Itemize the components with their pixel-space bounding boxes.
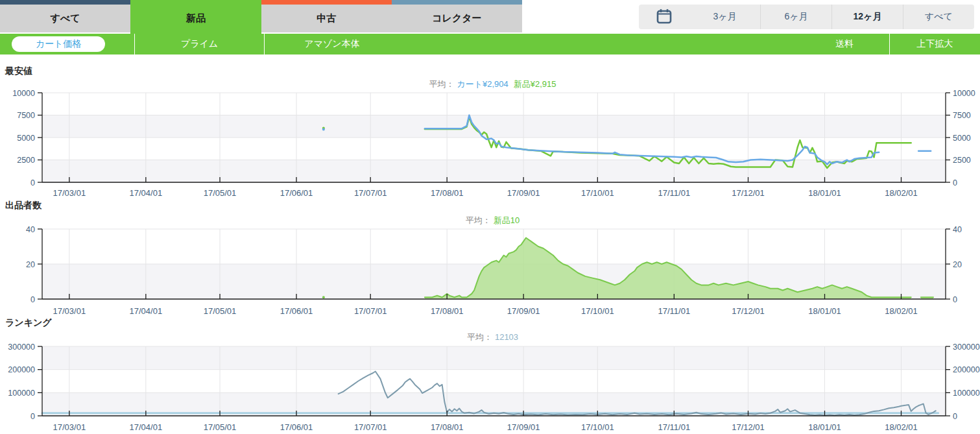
y-axis-label: 200000 (8, 365, 35, 374)
y-axis-label: 40 (953, 226, 962, 234)
x-axis-label: 18/02/01 (885, 306, 918, 316)
calendar-icon (656, 8, 673, 27)
x-axis-label: 17/12/01 (732, 306, 765, 316)
period-item-1[interactable]: 6ヶ月 (760, 5, 831, 29)
x-axis-label: 17/06/01 (280, 188, 313, 198)
period-item-3[interactable]: すべて (903, 5, 974, 29)
y-axis-label: 10000 (953, 90, 975, 98)
chart-average-seller-count: 平均：新品10 (42, 215, 946, 226)
average-value: 新品10 (494, 215, 520, 225)
x-axis-label: 17/06/01 (280, 306, 313, 316)
x-axis-label: 17/04/01 (130, 188, 163, 198)
chart-title-lowest-price: 最安値 (5, 66, 32, 77)
x-axis-label: 17/07/01 (354, 188, 387, 198)
x-axis-label: 17/11/01 (658, 422, 691, 432)
y-axis-label: 300000 (8, 343, 35, 352)
toggle-shipping[interactable]: 送料 (800, 34, 889, 54)
x-axis-label: 17/10/01 (581, 422, 614, 432)
x-axis-label: 17/08/01 (431, 306, 464, 316)
series-toolbar: カート価格プライムアマゾン本体送料上下拡大 (0, 34, 980, 54)
x-axis-label: 17/05/01 (204, 188, 237, 198)
y-axis-label: 0 (30, 412, 35, 421)
average-prefix: 平均： (429, 79, 454, 89)
x-axis-label: 17/04/01 (130, 422, 163, 432)
toggle-item-1[interactable]: プライム (135, 34, 264, 54)
y-axis-label: 0 (953, 295, 957, 304)
tab-0[interactable]: すべて (0, 0, 130, 32)
toggle-expand[interactable]: 上下拡大 (890, 34, 980, 54)
x-axis-label: 17/05/01 (204, 422, 237, 432)
average-value: 12103 (495, 332, 518, 342)
y-axis-label: 0 (953, 178, 957, 187)
x-axis-label: 17/03/01 (53, 422, 86, 432)
chart-average-lowest-price: 平均：カート¥2,904新品¥2,915 (42, 78, 946, 90)
ranking-chart[interactable]: 0010000010000020000020000030000030000017… (0, 343, 980, 434)
y-axis-label: 100000 (953, 389, 980, 398)
tab-2[interactable]: 中古 (261, 0, 392, 32)
y-axis-label: 0 (953, 412, 957, 421)
x-axis-label: 18/01/01 (808, 422, 841, 432)
toolbar-separator (134, 34, 135, 54)
y-axis-label: 300000 (953, 343, 980, 352)
average-value: 新品¥2,915 (514, 79, 556, 89)
x-axis-label: 17/06/01 (280, 422, 313, 432)
x-axis-label: 17/09/01 (507, 306, 540, 316)
average-prefix: 平均： (467, 332, 492, 342)
y-axis-label: 20 (26, 260, 35, 269)
x-axis-label: 17/09/01 (507, 422, 540, 432)
chart-average-ranking: 平均：12103 (42, 332, 946, 343)
x-axis-label: 17/03/01 (53, 306, 86, 316)
x-axis-label: 17/11/01 (658, 188, 691, 198)
period-item-2[interactable]: 12ヶ月 (831, 5, 903, 29)
x-axis-label: 18/02/01 (885, 422, 918, 432)
lowest-price-chart[interactable]: 00250025005000500075007500100001000017/0… (0, 90, 980, 201)
x-axis-label: 18/02/01 (885, 188, 918, 198)
x-axis-label: 17/09/01 (507, 188, 540, 198)
seller-count-chart[interactable]: 002020404017/03/0117/04/0117/05/0117/06/… (0, 226, 980, 323)
average-prefix: 平均： (466, 215, 491, 225)
x-axis-label: 17/05/01 (204, 306, 237, 316)
x-axis-label: 17/07/01 (354, 422, 387, 432)
y-axis-label: 10000 (12, 90, 35, 98)
x-axis-label: 17/04/01 (130, 306, 163, 316)
y-axis-label: 2500 (953, 156, 971, 165)
x-axis-label: 17/10/01 (581, 306, 614, 316)
y-axis-label: 0 (30, 178, 35, 187)
x-axis-label: 17/12/01 (732, 422, 765, 432)
y-axis-label: 5000 (953, 134, 971, 143)
chart-title-seller-count: 出品者数 (5, 200, 42, 211)
x-axis-label: 18/01/01 (808, 188, 841, 198)
x-axis-label: 17/07/01 (354, 306, 387, 316)
tab-1[interactable]: 新品 (130, 0, 261, 32)
y-axis-label: 7500 (953, 111, 971, 120)
toggle-item-2[interactable]: アマゾン本体 (265, 34, 400, 54)
x-axis-label: 17/08/01 (431, 422, 464, 432)
x-axis-label: 17/10/01 (581, 188, 614, 198)
condition-tabbar: すべて新品中古コレクター (0, 0, 522, 32)
y-axis-label: 0 (30, 295, 35, 304)
average-value: カート¥2,904 (457, 79, 508, 89)
toggle-cart-price[interactable]: カート価格 (12, 36, 105, 52)
period-item-0[interactable]: 3ヶ月 (689, 5, 760, 29)
x-axis-label: 18/01/01 (808, 306, 841, 316)
x-axis-label: 17/08/01 (431, 188, 464, 198)
x-axis-label: 17/03/01 (53, 188, 86, 198)
y-axis-label: 5000 (17, 134, 35, 143)
calendar-button[interactable] (639, 5, 689, 29)
y-axis-label: 7500 (17, 111, 35, 120)
y-axis-label: 20 (953, 260, 962, 269)
x-axis-label: 17/12/01 (732, 188, 765, 198)
tab-3[interactable]: コレクター (392, 0, 522, 32)
toolbar-separator (264, 34, 265, 54)
y-axis-label: 2500 (17, 156, 35, 165)
y-axis-label: 200000 (953, 365, 980, 374)
period-selector: 3ヶ月6ヶ月12ヶ月すべて (639, 5, 974, 29)
y-axis-label: 40 (26, 226, 35, 234)
y-axis-label: 100000 (8, 389, 35, 398)
x-axis-label: 17/11/01 (658, 306, 691, 316)
